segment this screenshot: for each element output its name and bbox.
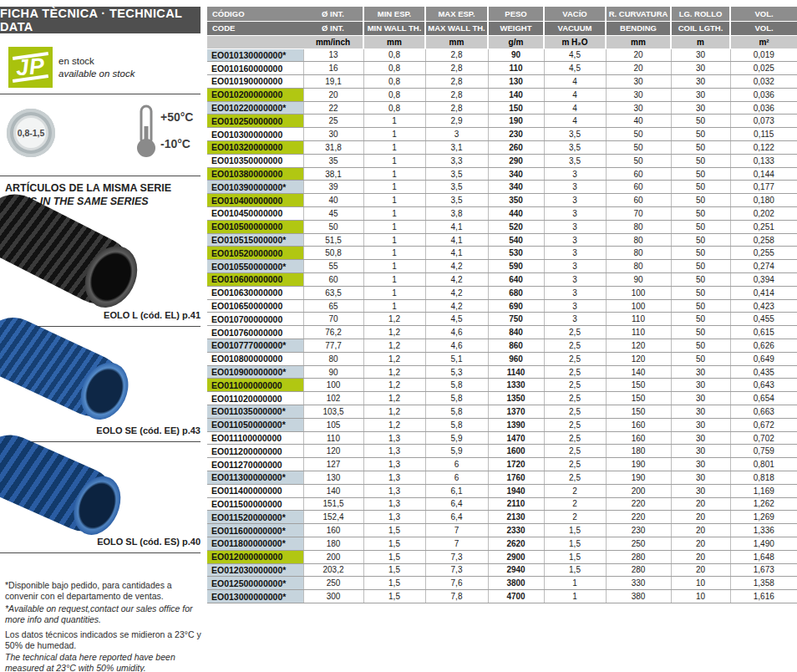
value-cell: 190: [606, 458, 671, 471]
value-cell: 1470: [488, 431, 544, 445]
value-cell: 50: [671, 181, 730, 194]
product-code-cell: EO011200000000: [207, 445, 303, 458]
value-cell: 30: [671, 484, 730, 497]
value-cell: 0,626: [730, 339, 797, 353]
value-cell: 30: [606, 75, 671, 89]
value-cell: 1720: [488, 458, 544, 471]
value-cell: 20: [606, 48, 671, 62]
value-cell: 7,8: [425, 590, 488, 603]
value-cell: 2: [544, 497, 606, 511]
col-header-curvatura: R. CURVATURA: [606, 7, 671, 21]
value-cell: 330: [606, 577, 671, 590]
col-header-max-esp: MAX ESP.: [425, 7, 488, 21]
value-cell: 1600: [488, 445, 544, 458]
value-cell: 51,5: [303, 233, 363, 247]
temp-max-label: +50°C: [160, 110, 193, 124]
value-cell: 260: [488, 141, 544, 155]
value-cell: 280: [606, 550, 671, 563]
value-cell: 100: [606, 299, 671, 313]
value-cell: 300: [303, 590, 363, 603]
value-cell: 3: [544, 194, 606, 207]
value-cell: 0,202: [730, 207, 797, 221]
col-header-diam-en: Ø INT.: [303, 21, 363, 35]
value-cell: 2,5: [544, 326, 606, 339]
value-cell: 0,180: [730, 194, 797, 207]
value-cell: 30: [671, 379, 730, 392]
series-title-es: ARTÍCULOS DE LA MISMA SERIE: [5, 182, 206, 194]
value-cell: 50,8: [303, 247, 363, 260]
value-cell: 0,036: [730, 88, 797, 101]
value-cell: 1,2: [363, 418, 425, 431]
product-code-cell: EO010760000000: [207, 326, 303, 339]
value-cell: 1,490: [730, 537, 797, 550]
value-cell: 2,5: [544, 379, 606, 392]
value-cell: 3: [544, 247, 606, 260]
product-code-cell: EO011600000000*: [207, 524, 303, 537]
product-code-cell: EO010630000000: [207, 286, 303, 299]
value-cell: 140: [303, 484, 363, 497]
table-row: EO0114000000001401,36,119402200301,169: [207, 484, 797, 497]
value-cell: 30: [303, 128, 363, 141]
value-cell: 35: [303, 154, 363, 167]
value-cell: 2,8: [425, 48, 488, 62]
value-cell: 20: [303, 88, 363, 101]
unit-mm-bend: mm: [606, 35, 671, 48]
value-cell: 3: [544, 286, 606, 299]
value-cell: 13: [303, 48, 363, 62]
value-cell: 1: [363, 286, 425, 299]
value-cell: 1,648: [730, 550, 797, 563]
value-cell: 40: [303, 194, 363, 207]
value-cell: 0,177: [730, 181, 797, 194]
table-row: EO01052000000050,814,1530380500,255: [207, 247, 797, 260]
value-cell: 3,5: [544, 154, 606, 167]
product-code-cell: EO011800000000*: [207, 537, 303, 550]
value-cell: 6: [425, 471, 488, 485]
col-header-vacio: VACÍO: [544, 7, 606, 21]
value-cell: 200: [303, 550, 363, 563]
value-cell: 230: [606, 524, 671, 537]
value-cell: 160: [303, 524, 363, 537]
value-cell: 0,274: [730, 260, 797, 273]
value-cell: 860: [488, 339, 544, 353]
value-cell: 30: [606, 101, 671, 115]
value-cell: 5,8: [425, 418, 488, 431]
value-cell: 3: [544, 313, 606, 326]
value-cell: 180: [606, 445, 671, 458]
product-code-cell: EO010390000000*: [207, 181, 303, 194]
value-cell: 6,4: [425, 511, 488, 524]
value-cell: 130: [488, 75, 544, 89]
table-row: EO0112000000001201,35,916002,5180300,759: [207, 445, 797, 458]
value-cell: 590: [488, 260, 544, 273]
product-caption-eolo-l: EOLO L (cód. EL) p.41: [33, 310, 201, 320]
value-cell: 2,5: [544, 458, 606, 471]
value-cell: 2900: [488, 550, 544, 563]
value-cell: 1: [544, 590, 606, 603]
value-cell: 60: [606, 167, 671, 181]
value-cell: 530: [488, 247, 544, 260]
value-cell: 20: [671, 537, 730, 550]
value-cell: 1: [363, 194, 425, 207]
value-cell: 1,169: [730, 484, 797, 497]
value-cell: 80: [606, 220, 671, 233]
value-cell: 3: [544, 220, 606, 233]
product-code-cell: EO011000000000: [207, 379, 303, 392]
value-cell: 1330: [488, 379, 544, 392]
col-header-diam: Ø INT.: [303, 7, 363, 21]
value-cell: 2330: [488, 524, 544, 537]
value-cell: 7,3: [425, 550, 488, 563]
product-caption-eolo-se: EOLO SE (cód. EE) p.43: [33, 425, 201, 435]
value-cell: 1: [363, 154, 425, 167]
value-cell: 0,654: [730, 392, 797, 405]
product-code-cell: EO013000000000*: [207, 590, 303, 603]
value-cell: 50: [671, 299, 730, 313]
value-cell: 2,9: [425, 115, 488, 128]
value-cell: 30: [671, 392, 730, 405]
value-cell: 2,5: [544, 431, 606, 445]
value-cell: 1,5: [544, 524, 606, 537]
value-cell: 1: [363, 299, 425, 313]
divider: [0, 94, 201, 94]
stock-label-es: en stock: [58, 55, 135, 68]
value-cell: 5,9: [425, 445, 488, 458]
unit-mm-max: mm: [425, 35, 488, 48]
col-header-peso: PESO: [488, 7, 544, 21]
